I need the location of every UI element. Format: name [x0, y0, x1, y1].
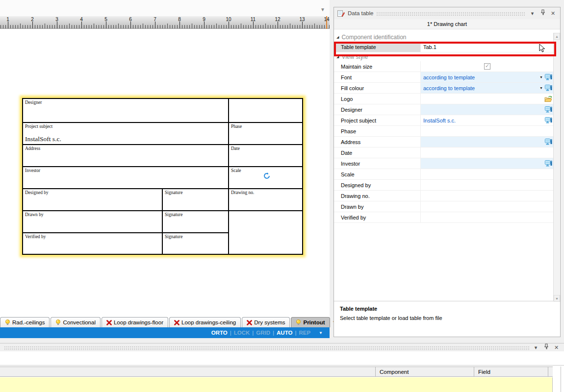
property-label: Investor	[334, 158, 421, 169]
property-row-drawn-by: Drawn by	[334, 201, 554, 212]
property-value-date[interactable]	[421, 147, 554, 158]
monitor-icon[interactable]	[545, 74, 552, 80]
property-value-logo[interactable]	[421, 94, 554, 104]
property-value-fill-colour[interactable]: according to template▼	[421, 83, 554, 93]
monitor-icon[interactable]	[545, 139, 552, 145]
monitor-icon[interactable]	[545, 106, 552, 113]
title-block-cell-label: Drawing no.	[231, 190, 255, 195]
property-value-project-subject[interactable]: InstalSoft s.c.	[421, 115, 554, 125]
property-value-designer[interactable]	[421, 104, 554, 115]
red-x-icon[interactable]	[247, 320, 252, 325]
description-text: Select table template or load table from…	[340, 315, 548, 321]
property-label: Drawing no.	[334, 191, 421, 201]
property-value-phase[interactable]	[421, 126, 554, 136]
statusbar-mode-lock[interactable]: LOCK	[234, 330, 250, 336]
tab-label: Dry systems	[254, 319, 285, 325]
title-block[interactable]: DesignerProject subjectInstalSoft s.c.Ph…	[22, 98, 303, 255]
property-value-designed-by[interactable]	[421, 180, 554, 190]
ruler-number: 9	[203, 17, 205, 22]
red-x-icon[interactable]	[174, 320, 179, 325]
titlebar-texture[interactable]	[376, 12, 526, 17]
tab-printout[interactable]: Printout	[291, 317, 330, 327]
tab-convectional[interactable]: Convectional	[51, 317, 100, 327]
property-value-drawing-no[interactable]	[421, 191, 554, 201]
title-block-cell: Phase	[228, 122, 302, 144]
panel-menu-arrow-icon[interactable]: ▾	[532, 344, 539, 351]
pin-icon[interactable]	[542, 343, 550, 351]
red-x-icon[interactable]	[106, 320, 112, 325]
bottom-table-selected-row[interactable]	[0, 377, 553, 392]
tab-loop-drawings-ceiling[interactable]: Loop drawings-ceiling	[169, 317, 241, 327]
close-icon[interactable]: ✕	[553, 344, 560, 351]
property-label: Phase	[334, 126, 421, 136]
property-label: Address	[334, 137, 421, 147]
ruler-number: 14	[324, 17, 329, 22]
property-value-scale[interactable]	[421, 169, 554, 179]
property-label: Designed by	[334, 180, 421, 190]
statusbar-separator: |	[295, 330, 296, 336]
property-row-date: Date	[334, 147, 554, 158]
rotate-icon[interactable]	[263, 172, 271, 180]
property-label: Fill colour	[334, 83, 421, 93]
panel-subtitle: 1* Drawing chart	[334, 19, 560, 29]
title-block-cell-label: Drawn by	[25, 212, 44, 217]
titlebar-texture[interactable]	[4, 346, 529, 351]
ruler-number: 2	[31, 17, 34, 22]
property-description: Table template Select table template or …	[334, 301, 554, 337]
toolbar-collapse-arrow-icon[interactable]: ▼	[320, 7, 325, 12]
bottom-panel: ▾ ✕ Component Field	[0, 343, 564, 392]
scroll-up-icon[interactable]: ▲	[554, 33, 560, 40]
title-block-cell: Project subjectInstalSoft s.c.	[23, 122, 228, 144]
chevron-down-icon[interactable]: ▼	[539, 75, 543, 79]
bulb-icon[interactable]	[5, 319, 10, 325]
pin-icon[interactable]	[539, 9, 546, 17]
description-title: Table template	[340, 306, 548, 312]
ruler-number: 1	[6, 17, 9, 22]
property-value-address[interactable]	[421, 137, 554, 147]
title-block-cell: Drawing no.	[228, 188, 302, 210]
statusbar-mode-rep[interactable]: REP	[299, 330, 310, 336]
scroll-down-icon[interactable]: ▼	[554, 295, 560, 302]
monitor-icon[interactable]	[545, 85, 552, 91]
chevron-down-icon[interactable]: ▼	[539, 86, 543, 90]
value-icons	[544, 94, 552, 104]
close-icon[interactable]: ✕	[549, 10, 557, 17]
folder-open-icon[interactable]	[544, 96, 552, 102]
bulb-icon[interactable]	[55, 319, 61, 325]
statusbar-mode-grid[interactable]: GRID	[256, 330, 270, 336]
title-block-cell-label: Phase	[231, 124, 242, 129]
header-cell-field[interactable]: Field	[474, 367, 548, 376]
property-value-drawn-by[interactable]	[421, 201, 554, 212]
bottom-table-scroll-area[interactable]	[553, 367, 561, 392]
rotate-icon[interactable]	[263, 172, 271, 180]
ruler-number: 13	[299, 17, 305, 22]
header-cell-component[interactable]: Component	[375, 367, 474, 376]
property-value-verified-by[interactable]	[421, 212, 554, 222]
statusbar-mode-orto[interactable]: ORTO	[211, 330, 228, 336]
drawing-canvas[interactable]: DesignerProject subjectInstalSoft s.c.Ph…	[0, 29, 330, 316]
title-block-cell-label: Project subject	[25, 124, 52, 129]
checkbox-checked[interactable]	[484, 63, 490, 70]
title-block-cell: Signature	[162, 210, 228, 232]
monitor-icon[interactable]	[545, 160, 552, 167]
divider	[0, 365, 564, 366]
property-value-investor[interactable]	[421, 158, 554, 169]
property-label: Project subject	[334, 115, 421, 125]
bottom-table-header: Component Field	[0, 367, 553, 377]
tab-dry-systems[interactable]: Dry systems	[242, 317, 290, 327]
bulb-icon[interactable]	[296, 319, 301, 325]
tab-loop-drawings-floor[interactable]: Loop drawings-floor	[102, 317, 168, 327]
property-grid-scrollbar[interactable]: ▲ ▼	[553, 33, 560, 302]
property-value-maintain-size[interactable]	[421, 61, 554, 72]
property-row-maintain-size: Maintain size	[334, 61, 554, 72]
panel-menu-arrow-icon[interactable]: ▾	[529, 10, 536, 17]
title-block-cell: Designed by	[23, 188, 162, 210]
category-component-identification[interactable]: ◢Component identification	[334, 33, 554, 42]
property-value-font[interactable]: according to template▼	[421, 72, 554, 82]
title-block-cell: Drawn by	[23, 210, 162, 232]
monitor-icon[interactable]	[545, 117, 552, 123]
statusbar-mode-auto[interactable]: AUTO	[277, 330, 292, 336]
status-dropdown-icon[interactable]: ▼	[319, 331, 323, 335]
panel-titlebar: Data table ▾ ✕	[334, 7, 560, 19]
tab-rad-ceilings[interactable]: Rad.-ceilings	[0, 317, 50, 327]
